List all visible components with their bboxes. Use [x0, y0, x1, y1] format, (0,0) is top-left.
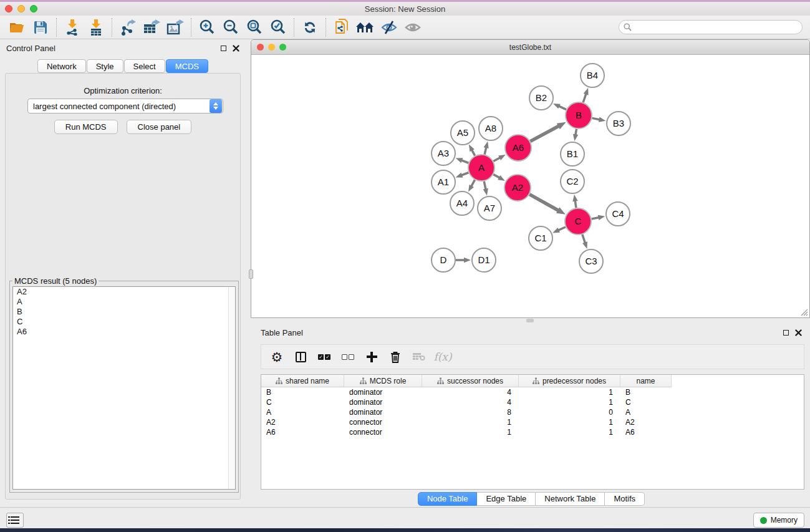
graph-edge-A6-B[interactable]	[530, 122, 566, 142]
delete-column-icon[interactable]	[407, 346, 431, 367]
tab-mcds[interactable]: MCDS	[166, 59, 208, 73]
table-cell[interactable]: connector	[344, 417, 422, 427]
graph-edge-A-A5[interactable]	[469, 145, 475, 156]
resize-grip-icon[interactable]	[800, 308, 808, 316]
table-cell[interactable]: C	[261, 397, 344, 407]
graph-node-A1[interactable]: A1	[432, 170, 455, 194]
table-cell[interactable]: 0	[519, 407, 620, 417]
add-column-icon[interactable]	[360, 346, 383, 367]
deselect-all-rows-icon[interactable]	[336, 346, 360, 367]
graph-node-B2[interactable]: B2	[529, 86, 553, 110]
result-scrollbar[interactable]	[228, 287, 235, 489]
table-cell[interactable]: B	[261, 387, 344, 397]
table-cell[interactable]: 1	[519, 397, 620, 407]
column-header-successor-nodes[interactable]: successor nodes	[422, 375, 519, 387]
graph-node-A4[interactable]: A4	[450, 191, 474, 215]
graph-edge-B-B4[interactable]	[583, 88, 588, 102]
table-cell[interactable]: C	[620, 397, 672, 407]
open-file-icon[interactable]	[5, 17, 29, 37]
tab-edge-table[interactable]: Edge Table	[477, 492, 536, 506]
graph-node-A6[interactable]: A6	[505, 135, 531, 161]
graph-node-A[interactable]: A	[468, 155, 494, 181]
result-item[interactable]: A2	[13, 287, 235, 297]
graph-edge-A-A6[interactable]	[493, 155, 505, 162]
float-panel-icon[interactable]	[221, 46, 226, 51]
tab-style[interactable]: Style	[87, 59, 123, 73]
tab-select[interactable]: Select	[124, 59, 165, 73]
graph-edge-C-C1[interactable]	[552, 227, 566, 233]
zoom-out-icon[interactable]	[219, 17, 243, 37]
table-cell[interactable]: A6	[620, 427, 672, 437]
zoom-fit-icon[interactable]	[243, 17, 266, 37]
graph-node-A2[interactable]: A2	[504, 175, 531, 201]
tab-network-table[interactable]: Network Table	[536, 492, 605, 506]
table-cell[interactable]: 1	[519, 387, 620, 397]
graph-edge-A-A1[interactable]	[456, 173, 469, 178]
graph-edge-D-D1[interactable]	[456, 258, 471, 263]
export-image-icon[interactable]	[163, 17, 187, 37]
run-mcds-button[interactable]: Run MCDS	[54, 120, 118, 134]
table-cell[interactable]: 1	[422, 417, 519, 427]
graph-edge-C-C3[interactable]	[582, 235, 587, 249]
network-graph[interactable]: B4B2BB3B1A5A8A6A3AA1C2A2A4A7CC4C1C3DD1	[251, 55, 809, 317]
select-all-rows-icon[interactable]: ✓✓	[312, 346, 336, 367]
graph-node-A8[interactable]: A8	[479, 117, 503, 140]
column-header-predecessor-nodes[interactable]: predecessor nodes	[519, 375, 620, 387]
network-canvas[interactable]: B4B2BB3B1A5A8A6A3AA1C2A2A4A7CC4C1C3DD1	[251, 55, 809, 317]
graph-node-C4[interactable]: C4	[606, 202, 630, 226]
node-table[interactable]: shared nameMCDS rolesuccessor nodesprede…	[261, 374, 804, 490]
table-cell[interactable]: dominator	[344, 387, 422, 397]
show-all-icon[interactable]	[401, 17, 425, 37]
graph-node-D[interactable]: D	[432, 248, 455, 272]
save-session-icon[interactable]	[29, 17, 52, 37]
table-cell[interactable]: 8	[422, 407, 519, 417]
table-options-icon[interactable]: ⚙	[265, 346, 289, 367]
tab-network[interactable]: Network	[37, 59, 86, 73]
column-header-name[interactable]: name	[620, 375, 672, 387]
column-header-shared-name[interactable]: shared name	[261, 375, 344, 387]
graph-edge-B-B2[interactable]	[553, 104, 566, 110]
table-cell[interactable]: dominator	[344, 397, 422, 407]
graph-node-C1[interactable]: C1	[529, 226, 552, 250]
export-table-icon[interactable]	[140, 17, 163, 37]
table-row[interactable]: Bdominator41B	[261, 387, 804, 397]
graph-edge-C-C4[interactable]	[592, 215, 605, 220]
graph-node-D1[interactable]: D1	[472, 248, 496, 272]
table-row[interactable]: Adominator80A	[261, 407, 804, 417]
table-cell[interactable]: A2	[620, 417, 672, 427]
new-network-from-selection-icon[interactable]	[330, 17, 354, 37]
panel-edge-handle[interactable]	[249, 269, 253, 279]
graph-edge-A2-C[interactable]	[529, 195, 566, 215]
table-cell[interactable]: 1	[422, 427, 519, 437]
mcds-result-list[interactable]: A2ABCA6	[12, 286, 236, 490]
column-header-MCDS-role[interactable]: MCDS role	[344, 375, 422, 387]
table-row[interactable]: A2connector11A2	[261, 417, 804, 427]
result-item[interactable]: A6	[13, 327, 235, 337]
import-table-icon[interactable]	[84, 17, 108, 37]
table-cell[interactable]: B	[620, 387, 672, 397]
network-window-titlebar[interactable]: testGlobe.txt	[251, 40, 809, 55]
graph-edge-A-A8[interactable]	[484, 141, 489, 154]
first-neighbors-icon[interactable]	[354, 17, 377, 37]
search-input[interactable]	[619, 20, 803, 34]
table-cell[interactable]: connector	[344, 427, 422, 437]
table-cell[interactable]: A	[261, 407, 344, 417]
table-cell[interactable]: A6	[261, 427, 344, 437]
graph-node-A3[interactable]: A3	[432, 142, 455, 165]
result-item[interactable]: C	[13, 317, 235, 327]
refresh-icon[interactable]	[298, 17, 322, 37]
result-item[interactable]: B	[13, 307, 235, 317]
graph-node-A5[interactable]: A5	[451, 121, 475, 145]
graph-node-B3[interactable]: B3	[607, 112, 630, 135]
graph-edge-A-A4[interactable]	[468, 180, 475, 191]
splitter-handle[interactable]	[526, 319, 534, 322]
optimization-criterion-dropdown[interactable]: largest connected component (directed)	[27, 99, 223, 114]
close-panel-button[interactable]: Close panel	[127, 120, 192, 134]
graph-node-C2[interactable]: C2	[561, 170, 584, 193]
zoom-in-icon[interactable]	[195, 17, 219, 37]
import-network-icon[interactable]	[60, 17, 84, 37]
table-cell[interactable]: dominator	[344, 407, 422, 417]
graph-node-C3[interactable]: C3	[579, 249, 603, 273]
zoom-selected-icon[interactable]	[266, 17, 290, 37]
table-cell[interactable]: 1	[519, 427, 620, 437]
